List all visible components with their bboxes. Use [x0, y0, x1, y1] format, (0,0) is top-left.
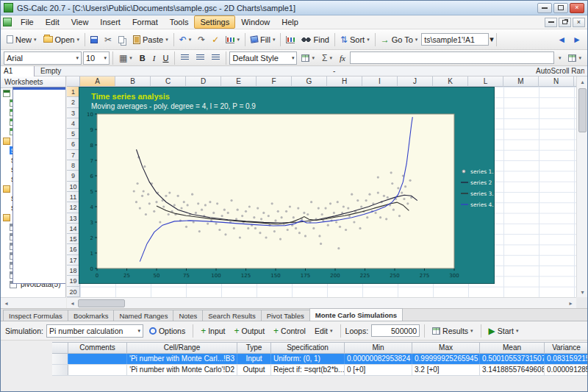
goto-button[interactable]: →Go To▾: [378, 32, 421, 47]
vertical-scrollbar[interactable]: ▴ ▾: [576, 76, 587, 297]
tab-named-ranges[interactable]: Named Ranges: [113, 310, 173, 321]
menu-file[interactable]: File: [15, 15, 40, 29]
menu-window[interactable]: Window: [235, 15, 276, 29]
column-header-D[interactable]: D: [186, 76, 221, 87]
font-size-select[interactable]: 10▾: [83, 51, 110, 65]
spellcheck-button[interactable]: ✓: [209, 32, 222, 47]
row-gutter[interactable]: [52, 354, 68, 364]
row-gutter[interactable]: [52, 365, 68, 375]
nav-forward-button[interactable]: ►: [570, 32, 584, 47]
results-button[interactable]: Results▾: [429, 323, 476, 338]
maximize-button[interactable]: [553, 3, 568, 13]
scroll-right-icon[interactable]: ▸: [565, 298, 576, 309]
tab-inspect-formulas[interactable]: Inspect Formulas: [3, 310, 68, 321]
column-header-I[interactable]: I: [362, 76, 398, 87]
underline-button[interactable]: U: [159, 50, 171, 65]
chart-object[interactable]: 0123456789100255075100125150175200225250…: [79, 87, 495, 284]
simulation-select[interactable]: Pi number calculation▾: [46, 324, 143, 338]
column-header-cell-range[interactable]: Cell/Range: [127, 343, 237, 353]
formula-options-button[interactable]: ▾: [556, 50, 564, 65]
font-select[interactable]: Arial▾: [4, 51, 82, 65]
horizontal-scrollbar[interactable]: ◂ ▸: [67, 297, 576, 308]
insert-chart-button[interactable]: ▾: [223, 32, 243, 47]
sum-button[interactable]: Σ▾: [319, 50, 335, 65]
italic-button[interactable]: I: [150, 50, 159, 65]
sidebar-item-sample2[interactable]: sample2: [1, 203, 65, 213]
row-header-20[interactable]: 20: [67, 287, 80, 297]
table-row[interactable]: 'Pi number with Monte Carl...!B3InputUni…: [52, 354, 588, 365]
column-header-variance[interactable]: Variance: [545, 343, 588, 353]
menu-view[interactable]: View: [65, 15, 95, 29]
menu-format[interactable]: Format: [126, 15, 164, 29]
column-header-E[interactable]: E: [221, 76, 257, 87]
column-header-G[interactable]: G: [292, 76, 327, 87]
column-header-H[interactable]: H: [327, 76, 362, 87]
save-button[interactable]: [87, 32, 101, 47]
table-row[interactable]: 'Pi number with Monte Carlo'!D2OutputRej…: [52, 365, 588, 376]
vertical-scroll-thumb[interactable]: [578, 88, 587, 132]
tab-notes[interactable]: Notes: [173, 310, 203, 321]
menu-edit[interactable]: Edit: [40, 15, 65, 29]
mdi-restore-button[interactable]: [559, 18, 571, 27]
spreadsheet-grid[interactable]: ABCDEFGHIJKLMNO 123456789101112131415161…: [67, 76, 576, 297]
column-header-comments[interactable]: Comments: [68, 343, 127, 353]
column-header-K[interactable]: K: [433, 76, 468, 87]
formula-input[interactable]: [350, 51, 554, 64]
column-header-N[interactable]: N: [539, 76, 574, 87]
open-button[interactable]: Open▾: [40, 32, 82, 47]
start-button[interactable]: ▶Start▾: [486, 323, 522, 338]
scroll-left-icon[interactable]: ◂: [1, 298, 12, 309]
column-header-max[interactable]: Max: [412, 343, 480, 353]
mdi-close-button[interactable]: ×: [573, 18, 585, 27]
tab-pivot-tables[interactable]: Pivot Tables: [261, 310, 310, 321]
column-header-J[interactable]: J: [398, 76, 433, 87]
borders-button[interactable]: ▦▾: [116, 50, 135, 65]
column-header-B[interactable]: B: [115, 76, 151, 87]
close-button[interactable]: ×: [570, 3, 584, 13]
column-header-C[interactable]: C: [151, 76, 186, 87]
function-button[interactable]: fx: [337, 50, 348, 65]
add-output-button[interactable]: +Output: [232, 323, 268, 338]
undo-button[interactable]: ↶▾: [176, 32, 195, 47]
tab-monte-carlo-simulations[interactable]: Monte Carlo Simulations: [309, 308, 403, 321]
align-left-button[interactable]: [178, 50, 192, 65]
options-button[interactable]: Options: [146, 323, 188, 338]
tab-bookmarks[interactable]: Bookmarks: [68, 310, 115, 321]
column-header-type[interactable]: Type: [237, 343, 271, 353]
sidebar-scrollbar[interactable]: ◂: [1, 297, 66, 308]
paste-button[interactable]: Paste▾: [130, 32, 171, 47]
minimize-button[interactable]: [537, 3, 552, 13]
menu-help[interactable]: Help: [276, 15, 304, 29]
menu-settings[interactable]: Settings: [194, 15, 235, 29]
horizontal-scroll-thumb[interactable]: [78, 299, 125, 307]
fill-button[interactable]: Fill▾: [248, 32, 279, 47]
align-right-button[interactable]: [209, 50, 223, 65]
menu-tools[interactable]: Tools: [164, 15, 195, 29]
column-header-min[interactable]: Min: [345, 343, 412, 353]
mdi-minimize-button[interactable]: [545, 18, 557, 27]
cut-button[interactable]: ✂: [101, 32, 115, 47]
new-button[interactable]: New▾: [4, 32, 40, 47]
scroll-up-icon[interactable]: ▴: [577, 76, 588, 87]
select-all-corner[interactable]: [67, 76, 80, 87]
column-header-M[interactable]: M: [503, 76, 539, 87]
column-header-mean[interactable]: Mean: [480, 343, 545, 353]
redo-button[interactable]: ↷: [195, 32, 208, 47]
column-header-F[interactable]: F: [257, 76, 292, 87]
align-center-button[interactable]: [193, 50, 207, 65]
copy-button[interactable]: [115, 32, 129, 47]
sort-button[interactable]: ⇅Sort▾: [337, 32, 373, 47]
add-input-button[interactable]: +Input: [198, 323, 228, 338]
style-select[interactable]: Default Style▾: [229, 51, 297, 65]
add-control-button[interactable]: +Control: [270, 323, 309, 338]
bold-button[interactable]: B: [137, 50, 148, 65]
find-button[interactable]: Find: [298, 32, 331, 47]
column-header-A[interactable]: A: [80, 76, 115, 87]
edit-button[interactable]: Edit▾: [312, 323, 336, 338]
column-header-L[interactable]: L: [468, 76, 503, 87]
nav-back-button[interactable]: ◄: [554, 32, 569, 47]
name-box[interactable]: A1: [1, 66, 35, 76]
tab-search-results[interactable]: Search Results: [202, 310, 261, 321]
goto-dropdown-icon[interactable]: ▾: [490, 35, 494, 44]
goto-input[interactable]: [421, 33, 489, 46]
